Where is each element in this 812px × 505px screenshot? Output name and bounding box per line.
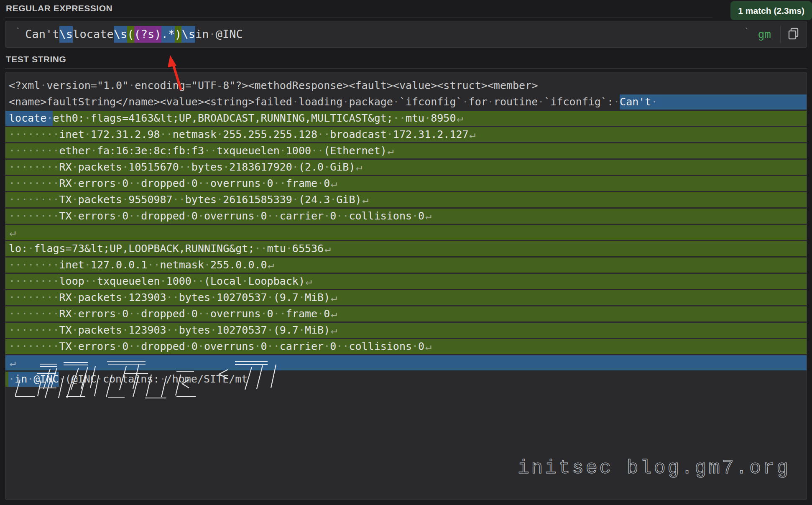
test-text: ········TX·errors·0··dropped·0·overruns·…: [9, 209, 424, 224]
match-highlight: locate·: [5, 111, 53, 126]
test-line: ↵: [5, 355, 807, 370]
regex-token: in·@INC: [195, 26, 243, 43]
regex-token: (: [127, 26, 134, 43]
regex-token: Can't: [25, 26, 59, 43]
regex-token: (?s): [134, 26, 161, 43]
newline-symbol: ↵: [331, 290, 337, 305]
test-text: lo:·flags=73&lt;UP,LOOPBACK,RUNNING&gt;·…: [9, 241, 324, 256]
regex-token: locate: [73, 26, 114, 43]
match-count-badge: 1 match (2.3ms): [730, 1, 812, 20]
regex-token: .*: [161, 26, 175, 43]
copy-regex-button[interactable]: [781, 22, 807, 47]
test-line: ········loop··txqueuelen·1000··(Local·Lo…: [5, 274, 807, 289]
test-text: ·(@INC·contains:·/home/SITE/mt: [59, 372, 248, 387]
match-highlight: ·in·@INC: [8, 372, 59, 387]
site-watermark: initsec blog.gm7.org: [518, 457, 790, 479]
newline-symbol: ↵: [306, 274, 312, 289]
test-text: ········TX·packets·9550987··bytes·261615…: [9, 192, 362, 207]
test-line: ········RX·errors·0··dropped·0··overruns…: [5, 306, 807, 321]
test-line: ········RX·packets·123903··bytes·1027053…: [5, 290, 807, 305]
test-line: ········ether·fa:16:3e:8c:fb:f3··txqueue…: [5, 143, 807, 158]
test-text: ········inet·127.0.0.1··netmask·255.0.0.…: [9, 258, 267, 273]
newline-symbol: ↵: [457, 111, 463, 126]
test-string-divider: [5, 68, 807, 69]
test-text: ········RX·packets·123903··bytes·1027053…: [9, 290, 330, 305]
group-highlight: [5, 372, 8, 387]
regex-token: \s: [114, 26, 128, 43]
test-line: ········inet·172.31.2.98··netmask·255.25…: [5, 127, 807, 142]
test-line: ·in·@INC·(@INC·contains:·/home/SITE/mt: [5, 372, 807, 387]
newline-symbol: ↵: [425, 339, 432, 354]
test-string-label: TEST STRING: [6, 54, 66, 64]
regex-token: \s: [59, 26, 73, 43]
test-line: ········TX·packets·123903··bytes·1027053…: [5, 323, 807, 338]
newline-symbol: ↵: [10, 355, 16, 370]
test-string-editor[interactable]: <?xml·version="1.0"·encoding="UTF-8"?><m…: [5, 72, 807, 500]
regex-close-delimiter: `: [744, 26, 749, 37]
test-string-lines: <?xml·version="1.0"·encoding="UTF-8"?><m…: [5, 78, 807, 387]
newline-symbol: ↵: [331, 323, 337, 338]
newline-symbol: ↵: [331, 176, 337, 191]
test-line: locate·eth0:·flags=4163&lt;UP,BROADCAST,…: [5, 111, 807, 126]
newline-symbol: ↵: [425, 209, 432, 224]
test-text: <name>faultString</name><value><string>f…: [9, 94, 620, 110]
regex-input[interactable]: ` Can't\slocate\s((?s).*)\sin·@INC ` gm: [5, 21, 807, 48]
test-line: ········TX·errors·0··dropped·0·overruns·…: [5, 339, 807, 354]
highlight-fill: [657, 94, 807, 110]
newline-symbol: ↵: [363, 192, 369, 207]
test-text: ········ether·fa:16:3e:8c:fb:f3··txqueue…: [9, 143, 387, 158]
newline-symbol: ↵: [356, 160, 362, 175]
newline-symbol: ↵: [324, 241, 331, 256]
regex-token: ): [175, 26, 181, 43]
test-line: <?xml·version="1.0"·encoding="UTF-8"?><m…: [5, 78, 807, 93]
newline-symbol: ↵: [388, 143, 394, 158]
test-text: ········RX·packets·10515670··bytes·21836…: [9, 160, 355, 175]
regex-pattern: Can't\slocate\s((?s).*)\sin·@INC: [25, 26, 243, 43]
regex-token: \s: [181, 26, 195, 43]
test-text: ········loop··txqueuelen·1000··(Local·Lo…: [9, 274, 305, 289]
test-text: ········TX·packets·123903··bytes·1027053…: [9, 323, 330, 338]
test-text: eth0:·flags=4163&lt;UP,BROADCAST,RUNNING…: [53, 111, 456, 126]
test-line: ········RX·errors·0··dropped·0··overruns…: [5, 176, 807, 191]
test-text: ········RX·errors·0··dropped·0··overruns…: [9, 306, 330, 321]
test-line: ↵: [5, 225, 807, 240]
test-line: ········TX·errors·0··dropped·0·overruns·…: [5, 209, 807, 224]
test-line: ········RX·packets·10515670··bytes·21836…: [5, 160, 807, 175]
newline-symbol: ↵: [470, 127, 476, 142]
test-text: ········RX·errors·0··dropped·0··overruns…: [9, 176, 330, 191]
test-line: ········inet·127.0.0.1··netmask·255.0.0.…: [5, 258, 807, 273]
test-text: ········inet·172.31.2.98··netmask·255.25…: [9, 127, 469, 142]
regex-open-delimiter: `: [15, 26, 21, 37]
test-text: ········TX·errors·0··dropped·0·overruns·…: [9, 339, 424, 354]
copy-icon: [787, 27, 800, 42]
test-text: <?xml·version="1.0"·encoding="UTF-8"?><m…: [9, 78, 538, 93]
header-divider: [5, 18, 712, 18]
regular-expression-label: REGULAR EXPRESSION: [6, 3, 112, 13]
newline-symbol: ↵: [268, 258, 274, 273]
newline-symbol: ↵: [331, 306, 337, 321]
test-line: lo:·flags=73&lt;UP,LOOPBACK,RUNNING&gt;·…: [5, 241, 807, 256]
test-line: ········TX·packets·9550987··bytes·261615…: [5, 192, 807, 207]
match-highlight: Can't·: [620, 94, 657, 110]
newline-symbol: ↵: [10, 225, 16, 240]
test-line: <name>faultString</name><value><string>f…: [5, 94, 807, 110]
regex-flags-button[interactable]: gm: [758, 28, 771, 41]
